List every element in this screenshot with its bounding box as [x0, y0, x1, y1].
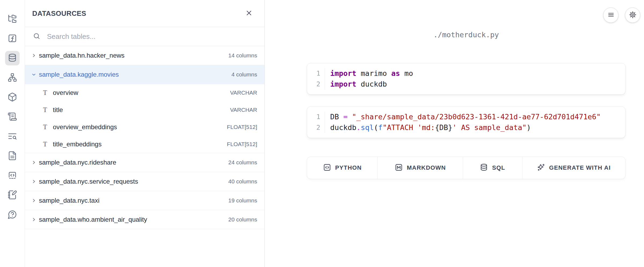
line-number: 2 [307, 79, 320, 90]
column-type: FLOAT[512] [227, 124, 257, 130]
chat-question-icon [8, 210, 17, 220]
table-name: sample_data.nyc.taxi [39, 197, 228, 204]
line-number: 2 [307, 122, 320, 133]
text-type-icon: T [42, 89, 48, 97]
sidebar-item-scratchpad[interactable] [5, 188, 20, 202]
text-type-icon: T [42, 123, 48, 131]
notebook-menu-button[interactable] [603, 8, 618, 23]
code-line: DB = "_share/sample_data/23b0d623-1361-4… [330, 112, 625, 122]
column-count: 4 columns [231, 71, 257, 78]
add-sql-label: SQL [492, 164, 505, 171]
table-name: sample_data.nyc.rideshare [39, 159, 228, 166]
line-number-gutter: 1 2 [307, 68, 325, 90]
function-square-icon [8, 34, 17, 44]
chevron-right-icon [31, 217, 36, 222]
search-input[interactable] [47, 32, 257, 41]
sidebar-item-tracing[interactable] [5, 129, 20, 144]
database-icon [480, 163, 488, 172]
table-row-nyc-rideshare[interactable]: sample_data.nyc.rideshare 24 columns [25, 153, 264, 172]
code-square-dashed-icon [8, 170, 17, 181]
sidebar-item-files[interactable] [5, 12, 20, 26]
gear-icon [629, 11, 637, 20]
database-icon [8, 53, 17, 64]
table-name: sample_data.kaggle.movies [39, 71, 231, 78]
datasources-panel: DATASOURCES sample_data.hn.hacker_news 1… [25, 0, 265, 267]
notebook-pen-icon [8, 190, 17, 201]
helper-panel-rail [0, 0, 25, 267]
text-search-icon [8, 131, 17, 142]
column-count: 14 columns [228, 52, 257, 59]
line-number: 1 [307, 112, 320, 122]
package-box-icon [8, 92, 17, 103]
table-row-hacker-news[interactable]: sample_data.hn.hacker_news 14 columns [25, 46, 264, 65]
table-name: sample_data.who.ambient_air_quality [39, 216, 228, 223]
add-markdown-label: MARKDOWN [407, 164, 446, 171]
text-type-icon: T [42, 106, 48, 114]
sidebar-item-snippets[interactable] [5, 168, 20, 183]
code-editor[interactable]: DB = "_share/sample_data/23b0d623-1361-4… [325, 112, 625, 133]
add-markdown-cell-button[interactable]: MARKDOWN [378, 157, 463, 179]
sparkles-icon [537, 163, 545, 172]
movies-columns-group: T overview VARCHAR T title VARCHAR T ove… [25, 84, 264, 153]
code-cell-imports[interactable]: 1 2 import marimo as moimport duckdb [307, 63, 625, 95]
hamburger-menu-icon [607, 11, 615, 20]
table-row-nyc-service-requests[interactable]: sample_data.nyc.service_requests 40 colu… [25, 172, 264, 191]
generate-with-ai-label: GENERATE WITH AI [549, 164, 611, 171]
close-panel-button[interactable] [243, 8, 255, 19]
marimo-app: DATASOURCES sample_data.hn.hacker_news 1… [0, 0, 644, 267]
sidebar-item-variables[interactable] [5, 31, 20, 46]
tables-list: sample_data.hn.hacker_news 14 columns sa… [25, 46, 264, 229]
close-icon [246, 10, 252, 17]
table-name: sample_data.nyc.service_requests [39, 178, 228, 185]
add-sql-cell-button[interactable]: SQL [463, 157, 522, 179]
code-square-icon [323, 163, 331, 172]
table-row-nyc-taxi[interactable]: sample_data.nyc.taxi 19 columns [25, 191, 264, 210]
column-count: 24 columns [228, 159, 257, 166]
code-editor[interactable]: import marimo as moimport duckdb [325, 68, 625, 90]
column-type: VARCHAR [230, 90, 257, 96]
header-actions [603, 8, 640, 23]
column-count: 19 columns [228, 197, 257, 204]
scroll-text-icon [8, 112, 17, 122]
column-count: 40 columns [228, 178, 257, 185]
chevron-right-icon [31, 53, 36, 58]
dependency-graph-icon [8, 73, 17, 83]
column-row-title[interactable]: T title VARCHAR [25, 101, 264, 118]
panel-title: DATASOURCES [32, 9, 86, 18]
sidebar-item-dependencies[interactable] [5, 71, 20, 85]
add-python-label: PYTHON [335, 164, 362, 171]
table-name: sample_data.hn.hacker_news [39, 52, 228, 59]
column-name: title_embeddings [53, 140, 227, 148]
code-cell-attach-db[interactable]: 1 2 DB = "_share/sample_data/23b0d623-13… [307, 106, 625, 138]
sidebar-item-datasources[interactable] [5, 51, 20, 65]
sidebar-item-logs[interactable] [5, 110, 20, 124]
add-python-cell-button[interactable]: PYTHON [307, 157, 378, 179]
column-type: FLOAT[512] [227, 141, 257, 147]
chevron-right-icon [31, 198, 36, 203]
text-type-icon: T [42, 140, 48, 148]
add-cell-bar: PYTHON MARKDOWN SQL GENERATE WITH AI [307, 157, 625, 179]
chevron-right-icon [31, 160, 36, 165]
chevron-down-icon [31, 72, 36, 77]
sidebar-item-packages[interactable] [5, 90, 20, 105]
table-row-who-ambient-air-quality[interactable]: sample_data.who.ambient_air_quality 20 c… [25, 210, 264, 229]
file-text-icon [8, 151, 17, 161]
notebook-column: ./motherduck.py 1 2 import marimo as moi… [307, 31, 625, 179]
line-number-gutter: 1 2 [307, 112, 325, 133]
sidebar-item-documentation[interactable] [5, 149, 20, 163]
table-row-kaggle-movies[interactable]: sample_data.kaggle.movies 4 columns [25, 65, 264, 84]
column-row-overview[interactable]: T overview VARCHAR [25, 84, 264, 101]
generate-with-ai-button[interactable]: GENERATE WITH AI [522, 157, 625, 179]
column-row-title-embeddings[interactable]: T title_embeddings FLOAT[512] [25, 136, 264, 153]
notebook-filename[interactable]: ./motherduck.py [307, 31, 625, 39]
settings-button[interactable] [625, 8, 640, 23]
search-icon [33, 32, 40, 41]
notebook-area: ./motherduck.py 1 2 import marimo as moi… [265, 0, 644, 267]
sidebar-item-help[interactable] [5, 207, 20, 222]
datasources-panel-header: DATASOURCES [25, 0, 264, 27]
code-line: duckdb.sql(f"ATTACH 'md:{DB}' AS sample_… [330, 122, 625, 133]
table-search-row [25, 27, 264, 46]
column-name: title [53, 106, 230, 114]
code-line: import duckdb [330, 79, 625, 90]
column-row-overview-embeddings[interactable]: T overview_embeddings FLOAT[512] [25, 118, 264, 136]
